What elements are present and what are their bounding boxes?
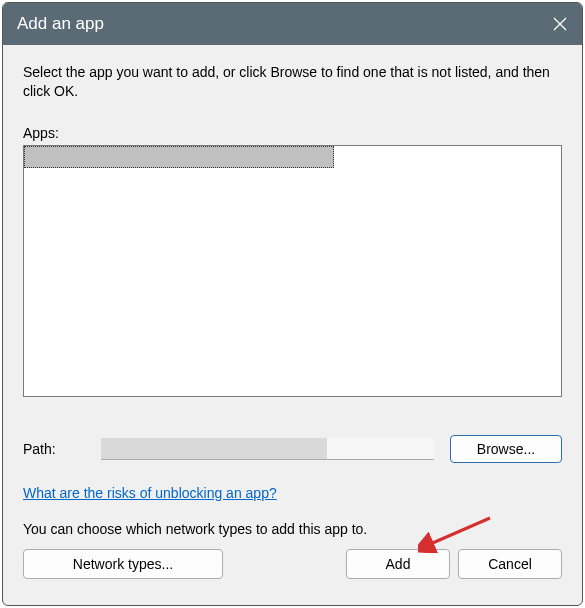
instruction-text: Select the app you want to add, or click…	[23, 63, 562, 101]
network-types-text: You can choose which network types to ad…	[23, 521, 562, 537]
button-row: Network types... Add Cancel	[23, 549, 562, 579]
add-app-dialog: Add an app Select the app you want to ad…	[2, 2, 583, 606]
path-row: Path: Browse...	[23, 435, 562, 463]
risks-link[interactable]: What are the risks of unblocking an app?	[23, 485, 277, 501]
cancel-button[interactable]: Cancel	[458, 549, 562, 579]
network-types-button[interactable]: Network types...	[23, 549, 223, 579]
list-item[interactable]	[24, 146, 334, 168]
apps-label: Apps:	[23, 125, 562, 141]
titlebar: Add an app	[3, 3, 582, 45]
dialog-content: Select the app you want to add, or click…	[3, 45, 582, 605]
path-input[interactable]	[101, 438, 434, 460]
apps-listbox[interactable]	[23, 145, 562, 397]
window-title: Add an app	[17, 14, 538, 34]
close-button[interactable]	[538, 3, 582, 45]
path-label: Path:	[23, 441, 85, 457]
close-icon	[553, 17, 567, 31]
browse-button[interactable]: Browse...	[450, 435, 562, 463]
add-button[interactable]: Add	[346, 549, 450, 579]
